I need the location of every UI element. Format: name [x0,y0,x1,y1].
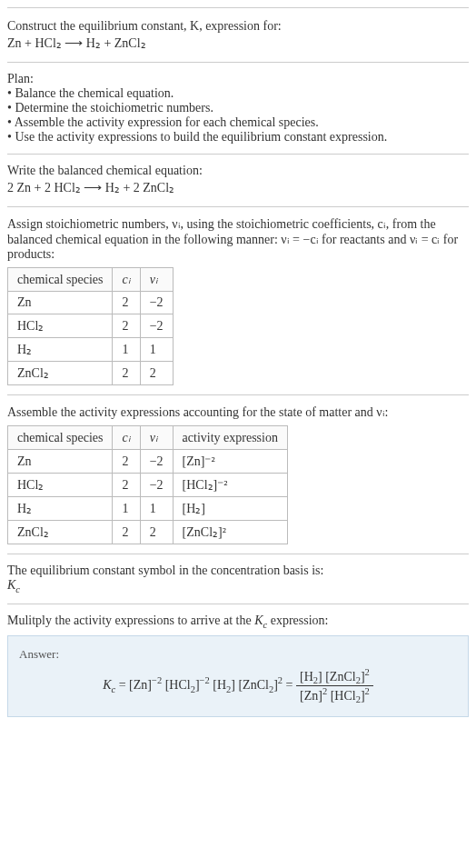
table-cell: H₂ [8,497,113,521]
plan-heading: Plan: [7,72,469,86]
intro-text: Construct the equilibrium constant, K, e… [7,19,469,34]
table-cell: HCl₂ [8,474,113,497]
table-row: HCl₂ 2 −2 [8,314,174,338]
table-cell: ZnCl₂ [8,362,113,385]
table-cell: 1 [113,497,140,521]
table-row: Zn 2 −2 [8,292,174,314]
table-cell: 2 [113,474,140,497]
answer-fraction: [H2] [ZnCl2]2 [Zn]2 [HCl2]2 [296,667,373,705]
table-row: H₂ 1 1 [8,338,174,362]
table-row: ZnCl₂ 2 2 [8,362,174,385]
table-header: activity expression [173,426,287,450]
balanced-heading: Write the balanced chemical equation: [7,164,469,178]
answer-lhs: Kc = [Zn]−2 [HCl2]−2 [H2] [ZnCl2]2 = [103,678,296,692]
table-cell: [Zn]⁻² [173,450,287,474]
balanced-equation: 2 Zn + 2 HCl₂ ⟶ H₂ + 2 ZnCl₂ [7,180,469,195]
table-cell: 2 [113,314,140,338]
table-cell: 1 [140,338,173,362]
answer-box: Answer: Kc = [Zn]−2 [HCl2]−2 [H2] [ZnCl2… [7,635,469,717]
fraction-denominator: [Zn]2 [HCl2]2 [296,686,373,704]
symbol-section: The equilibrium constant symbol in the c… [7,554,469,604]
assign-text: Assign stoichiometric numbers, νᵢ, using… [7,216,469,262]
intro-equation: Zn + HCl₂ ⟶ H₂ + ZnCl₂ [7,35,469,51]
table-cell: 2 [113,521,140,544]
assign-table: chemical species cᵢ νᵢ Zn 2 −2 HCl₂ 2 −2… [7,267,174,385]
answer-label: Answer: [19,647,457,662]
table-cell: HCl₂ [8,314,113,338]
table-cell: [H₂] [173,497,287,521]
plan-section: Plan: • Balance the chemical equation. •… [7,62,469,154]
table-header: cᵢ [113,268,140,292]
table-cell: −2 [140,314,173,338]
multiply-section: Mulitply the activity expressions to arr… [7,604,469,726]
answer-formula: Kc = [Zn]−2 [HCl2]−2 [H2] [ZnCl2]2 = [H2… [19,667,457,705]
table-header-row: chemical species cᵢ νᵢ [8,268,174,292]
table-header: νᵢ [140,268,173,292]
multiply-text: Mulitply the activity expressions to arr… [7,614,469,630]
activity-table: chemical species cᵢ νᵢ activity expressi… [7,425,288,544]
table-row: Zn 2 −2 [Zn]⁻² [8,450,288,474]
table-cell: 1 [113,338,140,362]
table-header: chemical species [8,268,113,292]
table-header: cᵢ [113,426,140,450]
table-cell: 2 [140,521,173,544]
symbol-text: The equilibrium constant symbol in the c… [7,564,469,578]
activity-section: Assemble the activity expressions accoun… [7,394,469,554]
assign-section: Assign stoichiometric numbers, νᵢ, using… [7,206,469,394]
table-cell: H₂ [8,338,113,362]
table-cell: Zn [8,450,113,474]
table-row: ZnCl₂ 2 2 [ZnCl₂]² [8,521,288,544]
plan-item: • Determine the stoichiometric numbers. [7,101,469,115]
symbol-value: Kc [7,578,469,594]
table-cell: 2 [113,362,140,385]
balanced-section: Write the balanced chemical equation: 2 … [7,154,469,206]
plan-item: • Assemble the activity expression for e… [7,115,469,130]
table-header: chemical species [8,426,113,450]
table-row: H₂ 1 1 [H₂] [8,497,288,521]
plan-item: • Balance the chemical equation. [7,86,469,101]
table-cell: Zn [8,292,113,314]
fraction-numerator: [H2] [ZnCl2]2 [296,667,373,686]
table-cell: 2 [113,292,140,314]
table-cell: 2 [113,450,140,474]
plan-item: • Use the activity expressions to build … [7,130,469,145]
table-cell: ZnCl₂ [8,521,113,544]
table-cell: 1 [140,497,173,521]
table-row: HCl₂ 2 −2 [HCl₂]⁻² [8,474,288,497]
table-header-row: chemical species cᵢ νᵢ activity expressi… [8,426,288,450]
table-cell: −2 [140,292,173,314]
table-cell: −2 [140,450,173,474]
activity-text: Assemble the activity expressions accoun… [7,404,469,420]
table-cell: −2 [140,474,173,497]
table-cell: 2 [140,362,173,385]
table-cell: [ZnCl₂]² [173,521,287,544]
table-header: νᵢ [140,426,173,450]
intro-section: Construct the equilibrium constant, K, e… [7,7,469,62]
table-cell: [HCl₂]⁻² [173,474,287,497]
